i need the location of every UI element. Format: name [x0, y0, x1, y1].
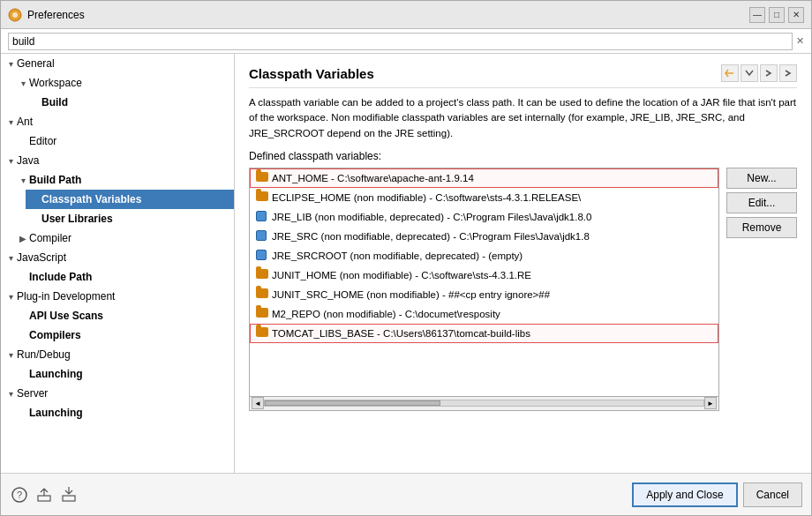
- tree-item-classpath-variables[interactable]: Classpath Variables: [26, 190, 234, 209]
- var-text: JRE_LIB (non modifiable, deprecated) - C…: [272, 212, 591, 222]
- edit-button[interactable]: Edit...: [726, 192, 797, 213]
- tree-item-server[interactable]: ▾ Server: [1, 384, 234, 403]
- cancel-button[interactable]: Cancel: [743, 482, 802, 507]
- tree-label: Run/Debug: [17, 348, 71, 361]
- tree-item-javascript[interactable]: ▾ JavaScript: [1, 248, 234, 267]
- expand-icon: ▾: [17, 79, 29, 88]
- tree-item-build-path[interactable]: ▾ Build Path: [13, 170, 234, 190]
- tree-item-build[interactable]: Build: [26, 93, 234, 112]
- main-content: ▾ General ▾ Workspace Build ▾ Ant: [1, 54, 811, 473]
- jar-icon: [256, 230, 268, 243]
- svg-text:?: ?: [17, 490, 22, 500]
- panel-description: A classpath variable can be added to a p…: [249, 95, 797, 141]
- expand-icon: ▾: [4, 117, 17, 127]
- apply-close-button[interactable]: Apply and Close: [632, 482, 737, 507]
- jar-icon: [256, 250, 268, 262]
- window-controls: — □ ✕: [749, 7, 804, 23]
- window-title: Preferences: [27, 9, 749, 21]
- svg-rect-4: [38, 496, 50, 501]
- h-scroll-track[interactable]: [264, 400, 704, 407]
- panel-title: Classpath Variables: [249, 66, 374, 81]
- tree-item-java[interactable]: ▾ Java: [1, 151, 234, 170]
- expand-icon: ▾: [4, 156, 17, 166]
- h-scroll-thumb[interactable]: [265, 400, 440, 406]
- tree-label: API Use Scans: [29, 310, 103, 322]
- tree-item-ant[interactable]: ▾ Ant: [1, 112, 234, 131]
- bottom-bar: ? Apply and Close Cancel: [1, 473, 811, 515]
- tree-item-user-libraries[interactable]: User Libraries: [26, 209, 234, 228]
- tree-label: General: [17, 57, 55, 70]
- tree-label: Launching: [29, 407, 83, 419]
- bottom-left-icons: ?: [10, 485, 632, 505]
- app-icon: [8, 8, 22, 22]
- title-bar: Preferences — □ ✕: [1, 1, 811, 29]
- tree-label: Include Path: [29, 271, 92, 283]
- expand-icon: ▾: [4, 389, 17, 399]
- tree-scroll: ▾ General ▾ Workspace Build ▾ Ant: [1, 54, 234, 473]
- scroll-left-arrow[interactable]: ◄: [252, 397, 264, 409]
- export-icon[interactable]: [34, 485, 54, 505]
- tree-item-editor[interactable]: Editor: [13, 131, 234, 151]
- section-label: Defined classpath variables:: [249, 150, 797, 162]
- var-item-eclipse-home[interactable]: ECLIPSE_HOME (non modifiable) - C:\softw…: [250, 188, 718, 207]
- forward-down-button[interactable]: [741, 64, 758, 82]
- scroll-right-arrow[interactable]: ►: [704, 397, 717, 409]
- svg-rect-5: [63, 496, 75, 501]
- var-item-junit-src-home[interactable]: JUNIT_SRC_HOME (non modifiable) - ##<cp …: [250, 285, 718, 304]
- var-text: JUNIT_HOME (non modifiable) - C:\softwar…: [272, 270, 531, 280]
- var-item-jre-lib[interactable]: JRE_LIB (non modifiable, deprecated) - C…: [250, 207, 718, 227]
- right-panel: Classpath Variables A classp: [235, 54, 811, 473]
- close-button[interactable]: ✕: [788, 7, 804, 23]
- var-item-m2-repo[interactable]: M2_REPO (non modifiable) - C:\documet\re…: [250, 304, 718, 324]
- search-input[interactable]: [8, 33, 793, 50]
- back-button[interactable]: [721, 64, 739, 82]
- forward-button[interactable]: [760, 64, 778, 82]
- search-bar: ✕: [1, 29, 811, 54]
- var-text: ANT_HOME - C:\software\apache-ant-1.9.14: [272, 173, 474, 183]
- search-clear-icon[interactable]: ✕: [796, 35, 804, 47]
- minimize-button[interactable]: —: [749, 7, 765, 23]
- variables-list[interactable]: ANT_HOME - C:\software\apache-ant-1.9.14…: [249, 168, 719, 397]
- variables-buttons: New... Edit... Remove: [726, 168, 797, 462]
- tree-item-include-path[interactable]: Include Path: [13, 267, 234, 287]
- tree-label: Workspace: [29, 77, 82, 89]
- tree-label: Build: [41, 96, 68, 108]
- tree-label: Launching: [29, 368, 83, 380]
- import-icon[interactable]: [59, 485, 79, 505]
- h-scrollbar[interactable]: ◄ ►: [249, 397, 719, 411]
- preferences-window: Preferences — □ ✕ ✕ ▾ General ▾ Workspac…: [0, 0, 812, 516]
- var-item-junit-home[interactable]: JUNIT_HOME (non modifiable) - C:\softwar…: [250, 265, 718, 285]
- variables-area: ANT_HOME - C:\software\apache-ant-1.9.14…: [249, 168, 797, 462]
- maximize-button[interactable]: □: [769, 7, 785, 23]
- tree-label: Build Path: [29, 174, 81, 186]
- bottom-buttons: Apply and Close Cancel: [632, 482, 802, 507]
- var-item-jre-srcroot[interactable]: JRE_SRCROOT (non modifiable, deprecated)…: [250, 246, 718, 265]
- tree-item-plugin-dev[interactable]: ▾ Plug-in Development: [1, 287, 234, 306]
- remove-button[interactable]: Remove: [726, 217, 797, 238]
- tree-label: Ant: [17, 116, 33, 128]
- help-icon[interactable]: ?: [10, 485, 29, 505]
- new-button[interactable]: New...: [726, 168, 797, 189]
- tree-item-launching[interactable]: Launching: [13, 364, 234, 384]
- panel-toolbar: [721, 64, 797, 82]
- var-item-ant-home[interactable]: ANT_HOME - C:\software\apache-ant-1.9.14: [250, 168, 718, 188]
- folder-icon: [256, 191, 268, 204]
- var-text: TOMCAT_LIBS_BASE - C:\Users\86137\tomcat…: [272, 328, 530, 339]
- tree-item-api-use-scans[interactable]: API Use Scans: [13, 306, 234, 325]
- expand-icon: ▾: [4, 350, 17, 360]
- tree-item-workspace[interactable]: ▾ Workspace: [13, 73, 234, 93]
- var-item-jre-src[interactable]: JRE_SRC (non modifiable, deprecated) - C…: [250, 227, 718, 246]
- svg-point-1: [12, 12, 18, 18]
- folder-icon: [256, 308, 268, 320]
- tree-item-general[interactable]: ▾ General: [1, 54, 234, 73]
- tree-item-compilers[interactable]: Compilers: [13, 325, 234, 345]
- tree-item-run-debug[interactable]: ▾ Run/Debug: [1, 345, 234, 364]
- tree-item-compiler[interactable]: ▶ Compiler: [13, 228, 234, 248]
- tree-label: Compiler: [29, 232, 71, 244]
- forward-alt-button[interactable]: [779, 64, 797, 82]
- var-text: JUNIT_SRC_HOME (non modifiable) - ##<cp …: [272, 289, 550, 300]
- tree-label: Classpath Variables: [41, 193, 141, 206]
- tree-label: Compilers: [29, 329, 81, 341]
- var-item-tomcat[interactable]: TOMCAT_LIBS_BASE - C:\Users\86137\tomcat…: [250, 324, 718, 343]
- tree-item-server-launching[interactable]: Launching: [13, 403, 234, 423]
